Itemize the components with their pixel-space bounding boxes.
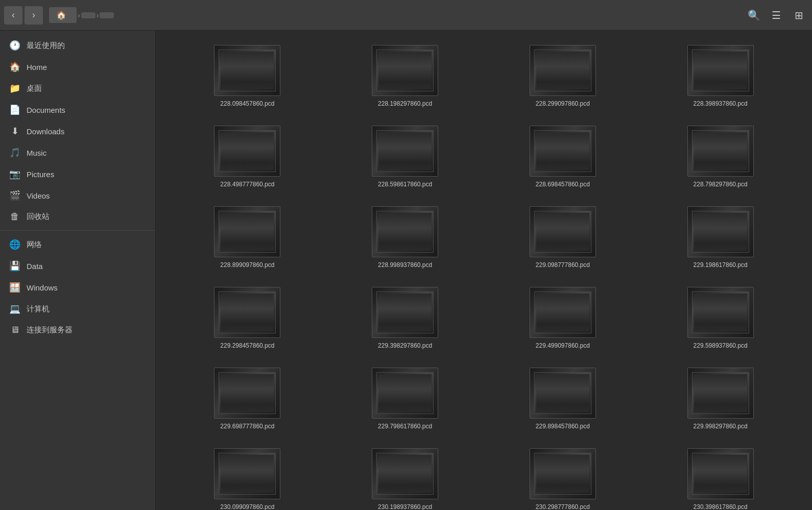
file-item[interactable]: 229.398297860.pcd [329,283,482,353]
file-thumbnail [530,126,596,177]
breadcrumb: 🏠 › › [49,7,114,23]
file-thumbnail [214,206,280,257]
file-name: 228.098457860.pcd [220,100,274,107]
file-name: 229.098777860.pcd [536,261,590,269]
file-name: 230.198937860.pcd [378,503,432,510]
list-view-button[interactable]: ☰ [767,6,785,25]
file-thumbnail [687,287,754,338]
sidebar-icon-trash: 🗑 [9,211,20,222]
file-item[interactable]: 229.798617860.pcd [329,363,482,434]
breadcrumb-sep-2: › [95,11,100,19]
toolbar: ‹ › 🏠 › › 🔍 ☰ ⊞ [0,0,812,31]
file-thumbnail [372,368,438,419]
back-button[interactable]: ‹ [4,6,22,25]
file-item[interactable]: 228.899097860.pcd [171,202,324,273]
sidebar-icon-computer: 💻 [9,303,20,314]
file-item[interactable]: 228.698457860.pcd [487,122,639,192]
sidebar-item-windows[interactable]: 🪟 Windows [0,277,155,298]
sidebar-item-recent[interactable]: 🕐 最近使用的 [0,35,155,56]
search-icon: 🔍 [748,9,760,21]
file-item[interactable]: 228.299097860.pcd [487,41,639,111]
sidebar: 🕐 最近使用的 🏠 Home 📁 桌面 📄 Documents ⬇ Downlo… [0,31,156,510]
file-thumbnail [687,448,754,499]
search-button[interactable]: 🔍 [745,6,763,25]
file-item[interactable]: 228.198297860.pcd [329,41,482,111]
file-name: 229.499097860.pcd [536,342,590,349]
file-thumbnail [214,368,280,419]
file-name: 228.998937860.pcd [378,261,432,269]
sidebar-icon-data: 💾 [9,260,20,272]
file-item[interactable]: 228.098457860.pcd [171,41,324,111]
grid-view-icon: ⊞ [795,9,803,21]
sidebar-icon-windows: 🪟 [9,282,20,293]
file-item[interactable]: 230.298777860.pcd [487,444,639,510]
file-item[interactable]: 229.698777860.pcd [171,363,324,434]
file-thumbnail [372,126,438,177]
sidebar-item-home[interactable]: 🏠 Home [0,56,155,78]
file-name: 228.899097860.pcd [220,261,274,269]
file-name: 229.798617860.pcd [378,423,432,430]
sidebar-item-network[interactable]: 🌐 网络 [0,234,155,255]
file-thumbnail [372,206,438,257]
file-thumbnail [687,368,754,419]
sidebar-item-connect-server[interactable]: 🖥 连接到服务器 [0,320,155,341]
file-item[interactable]: 229.499097860.pcd [487,283,639,353]
file-thumbnail [530,206,596,257]
file-item[interactable]: 228.998937860.pcd [329,202,482,273]
file-grid: 228.098457860.pcd 228.198297860.pcd 228.… [156,31,812,510]
sidebar-label-music: Music [27,149,146,157]
sidebar-item-downloads[interactable]: ⬇ Downloads [0,120,155,142]
file-thumbnail [530,448,596,499]
file-thumbnail [530,368,596,419]
sidebar-icon-home: 🏠 [9,61,20,72]
breadcrumb-test-pcd[interactable] [100,12,114,18]
file-item[interactable]: 228.398937860.pcd [644,41,797,111]
sidebar-label-computer: 计算机 [27,304,146,314]
file-name: 228.798297860.pcd [694,181,748,188]
file-item[interactable]: 229.898457860.pcd [487,363,639,434]
file-thumbnail [214,126,280,177]
file-name: 229.898457860.pcd [536,423,590,430]
file-thumbnail [372,45,438,96]
sidebar-item-computer[interactable]: 💻 计算机 [0,298,155,320]
sidebar-label-data: Data [27,262,146,271]
forward-button[interactable]: › [25,6,43,25]
file-item[interactable]: 229.998297860.pcd [644,363,797,434]
sidebar-item-videos[interactable]: 🎬 Videos [0,185,155,206]
sidebar-icon-desktop: 📁 [9,83,20,94]
file-item[interactable]: 229.298457860.pcd [171,283,324,353]
file-thumbnail [214,45,280,96]
sidebar-item-data[interactable]: 💾 Data [0,255,155,277]
file-name: 229.998297860.pcd [694,423,748,430]
file-item[interactable]: 229.198617860.pcd [644,202,797,273]
file-name: 228.398937860.pcd [694,100,748,107]
file-item[interactable]: 229.598937860.pcd [644,283,797,353]
sidebar-item-trash[interactable]: 🗑 回收站 [0,206,155,227]
sidebar-icon-downloads: ⬇ [9,126,20,137]
file-item[interactable]: 228.598617860.pcd [329,122,482,192]
sidebar-label-recent: 最近使用的 [27,41,146,51]
sidebar-item-pictures[interactable]: 📷 Pictures [0,163,155,185]
sidebar-icon-pictures: 📷 [9,168,20,180]
sidebar-icon-recent: 🕐 [9,40,20,51]
grid-view-button[interactable]: ⊞ [790,6,808,25]
sidebar-item-documents[interactable]: 📄 Documents [0,99,155,120]
sidebar-label-documents: Documents [27,106,146,114]
sidebar-item-desktop[interactable]: 📁 桌面 [0,78,155,99]
file-item[interactable]: 228.498777860.pcd [171,122,324,192]
file-item[interactable]: 229.098777860.pcd [487,202,639,273]
sidebar-label-windows: Windows [27,283,146,292]
breadcrumb-ws-livox[interactable] [81,12,95,18]
file-item[interactable]: 228.798297860.pcd [644,122,797,192]
file-item[interactable]: 230.398617860.pcd [644,444,797,510]
file-item[interactable]: 230.099097860.pcd [171,444,324,510]
file-name: 228.698457860.pcd [536,181,590,188]
sidebar-icon-videos: 🎬 [9,190,20,201]
sidebar-item-music[interactable]: 🎵 Music [0,142,155,163]
toolbar-right: 🔍 ☰ ⊞ [745,6,808,25]
breadcrumb-home[interactable]: 🏠 [49,7,77,23]
sidebar-icon-network: 🌐 [9,239,20,250]
file-item[interactable]: 230.198937860.pcd [329,444,482,510]
file-name: 230.298777860.pcd [536,503,590,510]
list-view-icon: ☰ [772,9,781,21]
